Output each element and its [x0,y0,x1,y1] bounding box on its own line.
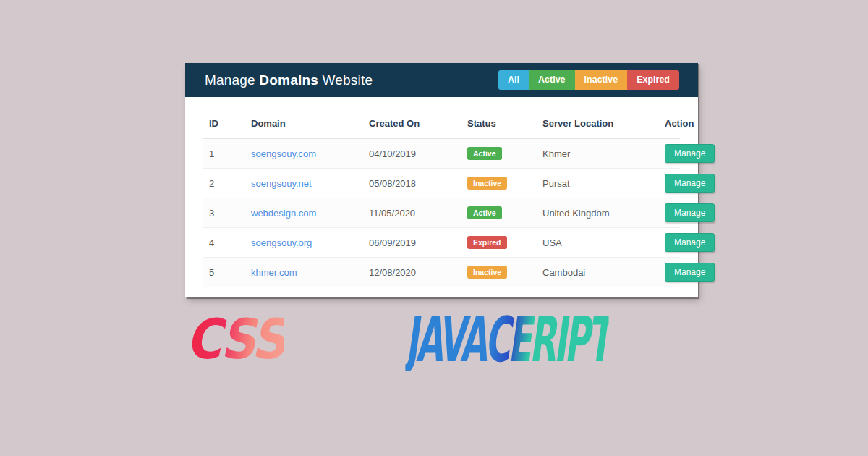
title-bold: Domains [259,72,318,88]
cell-status: Expired [461,228,537,258]
cell-status: Active [461,139,537,169]
cell-domain: soengsouy.net [245,169,363,198]
table-row: 4 soengsouy.org 06/09/2019 Expired USA M… [203,228,680,258]
filter-button-all[interactable]: All [498,70,529,90]
manage-button[interactable]: Manage [665,174,715,193]
table-row: 2 soengsouy.net 05/08/2018 Inactive Purs… [203,169,680,198]
javascript-logo-text: JAVACERIPT [406,308,609,371]
cell-server-location: Khmer [537,139,659,169]
cell-domain: khmer.com [245,258,363,287]
filter-button-inactive[interactable]: Inactive [575,70,628,90]
column-header-action: Action [659,109,680,139]
manage-domains-panel: Manage Domains Website AllActiveInactive… [185,63,698,297]
column-header-created-on: Created On [363,109,461,139]
cell-created-on: 04/10/2019 [363,139,461,169]
cell-created-on: 05/08/2018 [363,169,461,198]
manage-button[interactable]: Manage [665,203,715,222]
cell-server-location: Cambodai [537,258,659,287]
status-badge: Inactive [467,177,507,190]
domain-link[interactable]: soengsouy.com [251,148,316,159]
cell-created-on: 06/09/2019 [363,228,461,258]
title-suffix: Website [318,72,373,88]
status-badge: Active [467,206,502,220]
manage-button[interactable]: Manage [665,263,715,282]
cell-action: Manage [659,198,680,228]
manage-button[interactable]: Manage [665,144,715,163]
cell-created-on: 11/05/2020 [363,198,461,228]
cell-domain: webdesign.com [245,198,363,228]
column-header-domain: Domain [245,109,363,139]
cell-created-on: 12/08/2020 [363,258,461,287]
panel-header: Manage Domains Website AllActiveInactive… [185,63,698,97]
cell-server-location: United Kingdom [537,198,659,228]
table-row: 3 webdesign.com 11/05/2020 Active United… [203,198,680,228]
page-title: Manage Domains Website [205,72,373,88]
footer-logo: CSS JAVACERIPT [0,307,868,372]
filter-button-expired[interactable]: Expired [627,70,679,90]
cell-status: Inactive [461,169,537,198]
cell-domain: soengsouy.com [245,139,363,169]
cell-action: Manage [659,139,680,169]
cell-action: Manage [659,228,680,258]
css-logo-text: CSS [186,312,284,367]
domain-link[interactable]: soengsouy.net [251,178,312,189]
table-row: 5 khmer.com 12/08/2020 Inactive Cambodai… [203,258,680,287]
domain-link[interactable]: soengsouy.org [251,237,312,248]
domain-link[interactable]: webdesign.com [251,208,316,219]
status-badge: Inactive [467,266,507,279]
cell-server-location: USA [537,228,659,258]
cell-action: Manage [659,258,680,287]
status-badge: Expired [467,236,507,250]
cell-domain: soengsouy.org [245,228,363,258]
cell-id: 1 [203,139,245,169]
cell-status: Inactive [461,258,537,287]
table-row: 1 soengsouy.com 04/10/2019 Active Khmer … [203,139,680,169]
cell-id: 3 [203,198,245,228]
panel-body: IDDomainCreated OnStatusServer LocationA… [185,97,698,287]
filter-button-active[interactable]: Active [529,70,575,90]
cell-id: 4 [203,228,245,258]
manage-button[interactable]: Manage [665,233,715,252]
column-header-status: Status [461,109,537,139]
status-badge: Active [467,147,502,161]
cell-status: Active [461,198,537,228]
column-header-server-location: Server Location [537,109,659,139]
status-filter-group: AllActiveInactiveExpired [498,70,679,90]
cell-server-location: Pursat [537,169,659,198]
cell-id: 5 [203,258,245,287]
cell-id: 2 [203,169,245,198]
title-prefix: Manage [205,72,259,88]
column-header-id: ID [203,109,245,139]
cell-action: Manage [659,169,680,198]
domains-table: IDDomainCreated OnStatusServer LocationA… [203,109,680,287]
domain-link[interactable]: khmer.com [251,267,297,278]
table-header-row: IDDomainCreated OnStatusServer LocationA… [203,109,680,139]
